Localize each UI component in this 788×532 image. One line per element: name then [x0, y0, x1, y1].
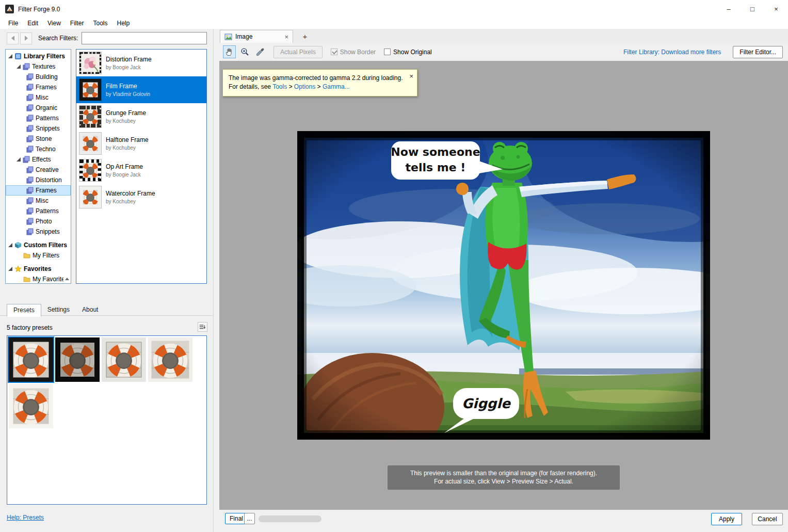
preview-size-notification: This preview is smaller than the origina…: [388, 465, 620, 490]
menu-file[interactable]: File: [4, 18, 23, 29]
filter-editor-button[interactable]: Filter Editor...: [733, 46, 783, 58]
menu-tools[interactable]: Tools: [89, 18, 112, 29]
tree-item-textures-misc[interactable]: Misc: [6, 92, 71, 103]
tree-item-effects-photo[interactable]: Photo: [6, 216, 71, 227]
zoom-tool-button[interactable]: [238, 45, 251, 58]
expand-icon[interactable]: [8, 243, 12, 247]
tree-item-my-filters[interactable]: My Filters: [6, 250, 71, 261]
tree-item-textures-patterns[interactable]: Patterns: [6, 113, 71, 123]
tree-label: Textures: [32, 63, 55, 70]
expand-icon[interactable]: [8, 54, 12, 58]
category-icon: [26, 125, 34, 132]
back-arrow-icon: [11, 36, 14, 41]
cube-icon: [14, 241, 22, 249]
preset-thumbnail-2[interactable]: [55, 337, 100, 382]
eyedropper-tool-button[interactable]: [254, 45, 267, 58]
tree-item-effects[interactable]: Effects: [6, 154, 71, 165]
forward-button[interactable]: [20, 33, 32, 44]
preset-count-label: 5 factory presets: [7, 324, 53, 331]
pan-tool-button[interactable]: [223, 45, 236, 58]
menu-edit[interactable]: Edit: [23, 18, 43, 29]
image-canvas[interactable]: × The image was gamma-corrected to gamma…: [219, 61, 788, 510]
show-border-checkbox[interactable]: [331, 49, 337, 55]
filter-library-link[interactable]: Filter Library: Download more filters: [623, 49, 721, 56]
tree-item-effects-creative[interactable]: Creative: [6, 165, 71, 175]
show-original-checkbox[interactable]: [384, 49, 391, 55]
image-toolbar: Actual Pixels Show Border Show Original …: [219, 43, 788, 61]
tree-item-textures-organic[interactable]: Organic: [6, 103, 71, 113]
tree-item-favorites[interactable]: Favorites: [6, 264, 71, 274]
preview-image[interactable]: Now someone tells me ! Giggle: [297, 131, 710, 440]
filter-item-halftone-frame[interactable]: Halftone Frame by Kochubey: [76, 130, 206, 157]
tree-item-my-favorites[interactable]: My Favorites: [6, 274, 71, 284]
options-link[interactable]: Options: [294, 83, 315, 90]
tree-item-textures-snippets[interactable]: Snippets: [6, 123, 71, 134]
close-icon: ×: [774, 5, 778, 13]
tree-item-effects-distortion[interactable]: Distortion: [6, 175, 71, 185]
workspace-panel: Image × + Actual Pixels Show Border Show…: [213, 29, 788, 532]
quality-options-button[interactable]: ...: [244, 513, 255, 524]
expand-icon[interactable]: [17, 157, 21, 162]
expand-icon[interactable]: [17, 65, 21, 69]
close-button[interactable]: ×: [764, 0, 788, 18]
tab-close-button[interactable]: ×: [284, 34, 288, 40]
tab-settings[interactable]: Settings: [41, 304, 76, 317]
expand-icon[interactable]: [8, 267, 12, 271]
filter-name: Op Art Frame: [106, 163, 143, 170]
menu-filter[interactable]: Filter: [66, 18, 89, 29]
tree-item-effects-frames[interactable]: Frames: [6, 185, 71, 196]
menu-view[interactable]: View: [43, 18, 66, 29]
preset-sort-button[interactable]: [198, 322, 207, 332]
gamma-note-line1: The image was gamma-corrected to gamma 2…: [229, 74, 404, 83]
folder-icon: [23, 276, 30, 283]
tree-item-textures-stone[interactable]: Stone: [6, 134, 71, 144]
preset-list: [7, 335, 207, 505]
tab-presets[interactable]: Presets: [7, 304, 41, 317]
tree-label: Custom Filters: [24, 241, 67, 249]
notification-close-button[interactable]: ×: [409, 72, 413, 80]
cancel-button[interactable]: Cancel: [752, 513, 783, 525]
category-icon: [26, 218, 34, 225]
filter-item-grunge-frame[interactable]: Grunge Frame by Kochubey: [76, 103, 206, 130]
tree-item-textures-techno[interactable]: Techno: [6, 144, 71, 154]
tree-item-effects-snippets[interactable]: Snippets: [6, 227, 71, 237]
tree-item-effects-patterns[interactable]: Patterns: [6, 206, 71, 216]
preset-thumbnail-3[interactable]: [102, 337, 146, 382]
sort-icon: [199, 324, 206, 330]
minimize-button[interactable]: –: [717, 0, 741, 18]
filter-item-watercolor-frame[interactable]: Watercolor Frame by Kochubey: [76, 184, 206, 211]
forward-arrow-icon: [25, 36, 28, 41]
gamma-link[interactable]: Gamma...: [323, 83, 350, 90]
tools-link[interactable]: Tools: [272, 83, 287, 90]
actual-pixels-button[interactable]: Actual Pixels: [274, 46, 323, 58]
filter-name: Distortion Frame: [106, 56, 152, 63]
tree-item-custom-filters[interactable]: Custom Filters: [6, 240, 71, 250]
horizontal-splitter[interactable]: [0, 285, 213, 298]
tree-item-textures[interactable]: Textures: [6, 61, 71, 72]
preset-thumbnail-5[interactable]: [9, 384, 53, 428]
preset-thumbnail-1[interactable]: [9, 337, 53, 382]
filter-item-film-frame[interactable]: Film Frame by Vladimir Golovin: [76, 76, 206, 103]
filter-thumbnail: [79, 186, 101, 208]
help-presets-link[interactable]: Help: Presets: [7, 514, 44, 521]
tree-item-library-filters[interactable]: Library Filters: [6, 51, 71, 61]
filter-list: Distortion Frame by Boogie Jack Film Fra…: [76, 49, 207, 284]
category-icon: [26, 115, 34, 122]
back-button[interactable]: [7, 33, 19, 44]
tree-item-textures-building[interactable]: Building: [6, 72, 71, 82]
tree-scroll-up-button[interactable]: [63, 276, 70, 282]
tab-about[interactable]: About: [76, 304, 104, 317]
tab-image[interactable]: Image ×: [220, 30, 293, 43]
apply-button[interactable]: Apply: [711, 513, 742, 525]
menu-bar: File Edit View Filter Tools Help: [0, 18, 788, 29]
filter-item-distortion-frame[interactable]: Distortion Frame by Boogie Jack: [76, 50, 206, 76]
tree-item-textures-frames[interactable]: Frames: [6, 82, 71, 92]
filter-item-op-art-frame[interactable]: Op Art Frame by Boogie Jack: [76, 157, 206, 184]
preset-thumbnail-4[interactable]: [148, 337, 192, 382]
new-tab-button[interactable]: +: [299, 31, 311, 42]
tree-item-effects-misc[interactable]: Misc: [6, 196, 71, 206]
menu-help[interactable]: Help: [112, 18, 135, 29]
search-input[interactable]: [82, 32, 207, 44]
folder-icon: [23, 252, 30, 259]
maximize-button[interactable]: □: [741, 0, 764, 18]
